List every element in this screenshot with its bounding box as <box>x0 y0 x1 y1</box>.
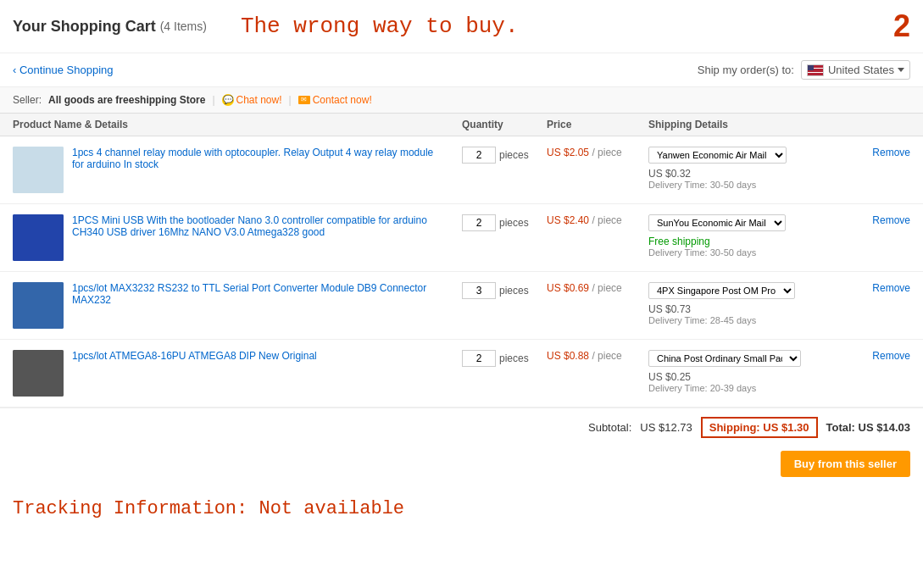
pieces-label: pieces <box>499 350 529 364</box>
separator-2: | <box>289 94 292 106</box>
shipping-and-remove: SunYou Economic Air Mail Free shipping D… <box>648 214 910 258</box>
tracking-info-text: Tracking Information: Not available <box>13 498 404 519</box>
us-flag-icon <box>807 64 824 76</box>
shipping-and-remove: Yanwen Economic Air Mail US $0.32 Delive… <box>648 147 910 190</box>
product-image <box>13 147 64 193</box>
continue-shopping-link[interactable]: ‹ Continue Shopping <box>13 64 114 76</box>
price-value: US $0.88 <box>547 350 589 362</box>
seller-row: Seller: All goods are freeshipping Store… <box>0 87 923 114</box>
shipping-method-dropdown[interactable]: 4PX Singapore Post OM Pro <box>648 282 795 299</box>
col-header-product: Product Name & Details <box>13 119 462 130</box>
shipping-select-row: Yanwen Economic Air Mail <box>648 147 868 164</box>
svg-rect-3 <box>17 219 59 257</box>
product-image <box>13 282 64 329</box>
chevron-down-icon <box>898 68 904 72</box>
item-product-col: 1pcs/lot ATMEGA8-16PU ATMEGA8 DIP New Or… <box>13 350 462 397</box>
free-shipping-label: Free shipping <box>648 236 868 247</box>
shipping-total-box: Shipping: US $1.30 <box>701 417 818 438</box>
cart-items-count: (4 Items) <box>160 19 207 33</box>
item-price-col: US $0.69 / piece <box>547 282 648 294</box>
delivery-time: Delivery Time: 28-45 days <box>648 315 868 325</box>
item-product-col: 1PCS Mini USB With the bootloader Nano 3… <box>13 214 462 261</box>
delivery-time: Delivery Time: 30-50 days <box>648 247 868 258</box>
separator-1: | <box>212 94 214 106</box>
svg-rect-7 <box>17 354 59 392</box>
delivery-time: Delivery Time: 20-39 days <box>648 383 868 393</box>
country-dropdown[interactable]: United States <box>801 60 910 80</box>
item-product-col: 1pcs/lot MAX3232 RS232 to TTL Serial Por… <box>13 282 462 329</box>
remove-button[interactable]: Remove <box>872 350 910 362</box>
item-qty-col: pieces <box>462 147 547 164</box>
shipping-and-remove: China Post Ordinary Small Packet US $0.2… <box>648 350 910 393</box>
col-header-price: Price <box>547 119 648 130</box>
table-row: 1pcs 4 channel relay module with optocou… <box>0 136 923 204</box>
seller-name: All goods are freeshipping Store <box>48 94 205 106</box>
col-header-shipping: Shipping Details <box>648 119 910 130</box>
table-row: 1pcs/lot ATMEGA8-16PU ATMEGA8 DIP New Or… <box>0 340 923 408</box>
pieces-label: pieces <box>499 147 529 161</box>
quantity-input[interactable] <box>462 350 496 367</box>
shipping-select-row: 4PX Singapore Post OM Pro <box>648 282 868 299</box>
price-value: US $2.40 <box>547 214 589 226</box>
remove-button[interactable]: Remove <box>872 147 910 158</box>
total-value: US $14.03 <box>859 421 910 434</box>
item-shipping-col: 4PX Singapore Post OM Pro US $0.73 Deliv… <box>648 282 868 325</box>
svg-rect-5 <box>17 286 59 325</box>
shipping-cost: US $0.32 <box>648 168 868 180</box>
shipping-select-row: China Post Ordinary Small Packet <box>648 350 868 367</box>
table-header: Product Name & Details Quantity Price Sh… <box>0 114 923 136</box>
item-shipping-col: China Post Ordinary Small Packet US $0.2… <box>648 350 868 393</box>
item-price-col: US $0.88 / piece <box>547 350 648 362</box>
chat-label: Chat now! <box>236 94 282 106</box>
shipping-cost: US $0.25 <box>648 371 868 383</box>
shipping-and-remove: 4PX Singapore Post OM Pro US $0.73 Deliv… <box>648 282 910 325</box>
chat-icon: 💬 <box>222 94 234 106</box>
remove-button[interactable]: Remove <box>872 282 910 294</box>
product-name[interactable]: 1PCS Mini USB With the bootloader Nano 3… <box>72 214 436 238</box>
product-name[interactable]: 1pcs 4 channel relay module with optocou… <box>72 147 436 170</box>
svg-rect-1 <box>17 151 59 189</box>
totals-row: Subtotal: US $12.73 Shipping: US $1.30 T… <box>0 408 923 447</box>
product-image <box>13 214 64 261</box>
product-name[interactable]: 1pcs/lot ATMEGA8-16PU ATMEGA8 DIP New Or… <box>72 350 436 362</box>
tracking-info-row: Tracking Information: Not available <box>0 485 923 532</box>
pieces-label: pieces <box>499 214 529 229</box>
item-shipping-col: SunYou Economic Air Mail Free shipping D… <box>648 214 868 258</box>
shipping-method-dropdown[interactable]: China Post Ordinary Small Packet <box>648 350 801 367</box>
contact-button[interactable]: ✉ Contact now! <box>298 94 372 106</box>
seller-label: Seller: <box>13 94 42 106</box>
quantity-input[interactable] <box>462 282 496 299</box>
item-price-col: US $2.40 / piece <box>547 214 648 226</box>
country-name: United States <box>828 64 894 76</box>
per-piece-label: / piece <box>592 147 621 158</box>
page-number: 2 <box>893 8 910 44</box>
quantity-input[interactable] <box>462 214 496 231</box>
per-piece-label: / piece <box>592 282 621 294</box>
buy-row: Buy from this seller <box>0 447 923 485</box>
per-piece-label: / piece <box>592 350 621 362</box>
ship-to-section: Ship my order(s) to: United States <box>698 60 910 80</box>
subtotal-label: Subtotal: <box>588 421 631 434</box>
item-qty-col: pieces <box>462 350 547 367</box>
shipping-select-row: SunYou Economic Air Mail <box>648 214 868 231</box>
subtotal-value: US $12.73 <box>640 421 692 434</box>
total-box: Total: US $14.03 <box>826 421 910 434</box>
nav-row: ‹ Continue Shopping Ship my order(s) to:… <box>0 53 923 87</box>
col-header-qty: Quantity <box>462 119 547 130</box>
chat-button[interactable]: 💬 Chat now! <box>222 94 282 106</box>
shipping-method-dropdown[interactable]: SunYou Economic Air Mail <box>648 214 786 231</box>
item-shipping-col: Yanwen Economic Air Mail US $0.32 Delive… <box>648 147 868 190</box>
wrong-way-text: The wrong way to buy. <box>241 14 893 39</box>
item-price-col: US $2.05 / piece <box>547 147 648 158</box>
quantity-input[interactable] <box>462 147 496 164</box>
delivery-time: Delivery Time: 30-50 days <box>648 180 868 190</box>
remove-button[interactable]: Remove <box>872 214 910 226</box>
total-label: Total: <box>826 421 855 434</box>
table-row: 1PCS Mini USB With the bootloader Nano 3… <box>0 204 923 272</box>
shipping-total-value: US $1.30 <box>763 421 809 434</box>
product-name[interactable]: 1pcs/lot MAX3232 RS232 to TTL Serial Por… <box>72 282 436 306</box>
item-product-col: 1pcs 4 channel relay module with optocou… <box>13 147 462 193</box>
price-value: US $2.05 <box>547 147 589 158</box>
shipping-method-dropdown[interactable]: Yanwen Economic Air Mail <box>648 147 787 164</box>
buy-from-seller-button[interactable]: Buy from this seller <box>781 451 910 477</box>
